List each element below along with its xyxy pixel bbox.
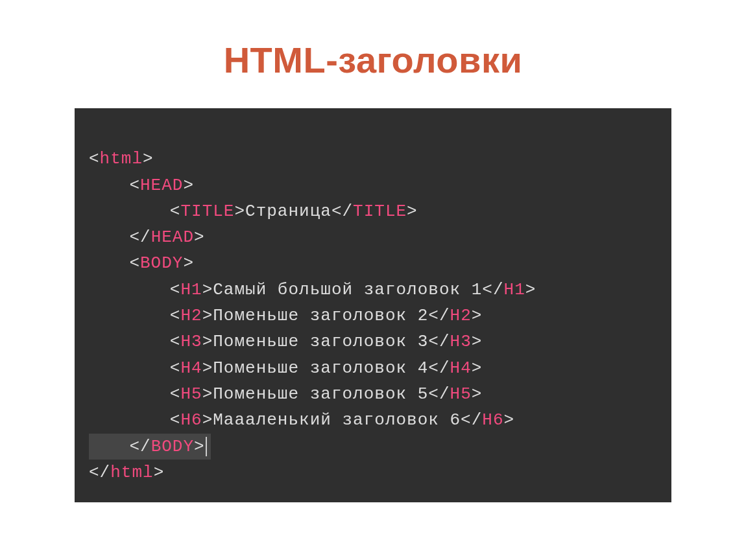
h3-text: Поменьше заголовок 3 xyxy=(213,332,428,351)
tag-body-open: BODY xyxy=(140,253,183,273)
tag-h1-open: H1 xyxy=(180,280,202,299)
code-line-highlighted: </BODY> xyxy=(89,434,211,460)
tag-h2-close: H2 xyxy=(450,306,472,325)
h2-text: Поменьше заголовок 2 xyxy=(213,306,428,325)
code-line: <H1>Самый большой заголовок 1</H1> xyxy=(89,280,536,299)
slide: HTML-заголовки <html> <HEAD> <TITLE>Стра… xyxy=(0,0,746,560)
tag-title-open: TITLE xyxy=(180,202,234,221)
tag-head-open: HEAD xyxy=(140,176,183,195)
tag-h5-open: H5 xyxy=(180,384,202,404)
h6-text: Маааленький заголовок 6 xyxy=(213,410,461,430)
tag-body-close: BODY xyxy=(151,437,194,456)
h5-text: Поменьше заголовок 5 xyxy=(213,384,428,404)
tag-title-close: TITLE xyxy=(353,202,407,221)
code-line: <H5>Поменьше заголовок 5</H5> xyxy=(89,384,482,404)
code-line: <H3>Поменьше заголовок 3</H3> xyxy=(89,332,482,351)
cursor-icon xyxy=(206,437,207,456)
code-line: <HEAD> xyxy=(89,176,194,195)
tag-h1-close: H1 xyxy=(504,280,525,299)
tag-h6-close: H6 xyxy=(482,410,503,430)
code-line: </HEAD> xyxy=(89,228,205,247)
code-line: <H6>Маааленький заголовок 6</H6> xyxy=(89,410,514,430)
tag-h3-close: H3 xyxy=(450,332,472,351)
code-line: <H4>Поменьше заголовок 4</H4> xyxy=(89,358,482,378)
h4-text: Поменьше заголовок 4 xyxy=(213,358,428,378)
tag-h4-open: H4 xyxy=(180,358,202,378)
code-line: <BODY> xyxy=(89,253,194,273)
tag-html-close: html xyxy=(110,463,153,482)
tag-head-close: HEAD xyxy=(151,228,194,247)
code-line: </html> xyxy=(89,463,164,482)
code-line: <H2>Поменьше заголовок 2</H2> xyxy=(89,306,482,325)
code-line: <html> xyxy=(89,149,154,169)
tag-h6-open: H6 xyxy=(180,410,202,430)
title-text: Страница xyxy=(245,202,331,221)
h1-text: Самый большой заголовок 1 xyxy=(213,280,482,299)
tag-h3-open: H3 xyxy=(180,332,202,351)
tag-html-open: html xyxy=(100,149,143,169)
code-editor: <html> <HEAD> <TITLE>Страница</TITLE> </… xyxy=(75,108,671,502)
code-line: <TITLE>Страница</TITLE> xyxy=(89,202,418,221)
slide-title: HTML-заголовки xyxy=(0,39,746,81)
tag-h2-open: H2 xyxy=(180,306,202,325)
tag-h4-close: H4 xyxy=(450,358,472,378)
tag-h5-close: H5 xyxy=(450,384,472,404)
